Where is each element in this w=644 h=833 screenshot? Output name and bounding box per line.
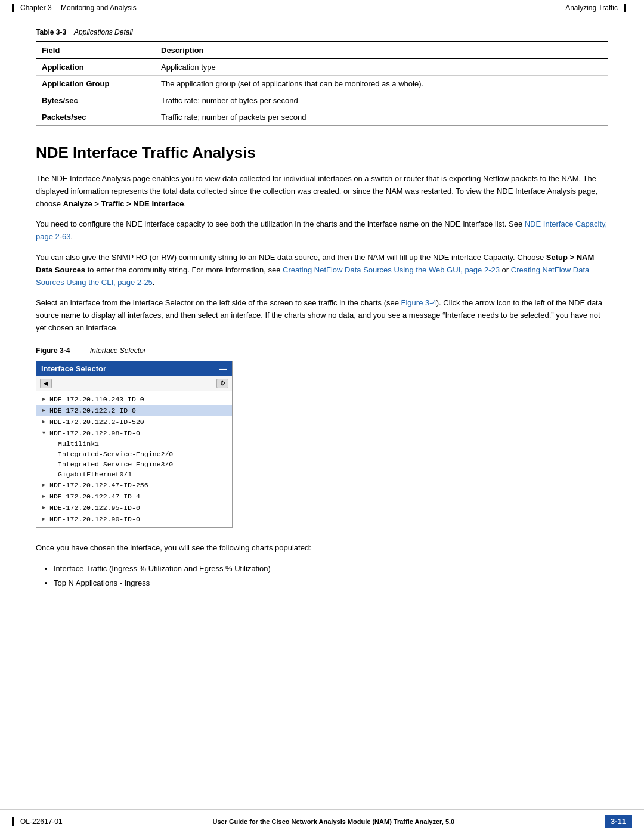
figure-caption: Figure 3-4 Interface Selector xyxy=(36,346,608,355)
footer: OL-22617-01 User Guide for the Cisco Net… xyxy=(0,809,644,833)
paragraph-2: You need to configure the NDE interface … xyxy=(36,218,608,243)
interface-selector-box: Interface Selector — ◀ ⚙ ►NDE-172.20.110… xyxy=(36,361,233,528)
table-cell-field: Application Group xyxy=(36,76,155,92)
is-item-text: NDE-172.20.110.243-ID-0 xyxy=(49,395,144,403)
after-figure-para: Once you have chosen the interface, you … xyxy=(36,542,608,555)
is-list-item[interactable]: ►NDE-172.20.122.47-ID-4 xyxy=(36,491,232,502)
is-list-item[interactable]: ►NDE-172.20.122.2-ID-0 xyxy=(36,405,232,416)
p4-link1[interactable]: Figure 3-4 xyxy=(401,298,436,307)
table-row: Packets/secTraffic rate; number of packe… xyxy=(36,109,608,126)
is-toolbar-back-icon[interactable]: ◀ xyxy=(40,379,52,388)
paragraph-3: You can also give the SNMP RO (or RW) co… xyxy=(36,252,608,289)
is-arrow-icon: ► xyxy=(41,504,47,510)
figure-caption-title: Interface Selector xyxy=(90,346,146,355)
bullet-list: Interface Traffic (Ingress % Utilization… xyxy=(54,563,608,590)
is-list-item[interactable]: ►NDE-172.20.122.90-ID-0 xyxy=(36,513,232,525)
p4-text-before: Select an interface from the Interface S… xyxy=(36,298,401,307)
footer-bar-icon xyxy=(12,817,14,826)
is-list-item[interactable]: ►NDE-172.20.122.47-ID-256 xyxy=(36,479,232,491)
p3-text-before: You can also give the SNMP RO (or RW) co… xyxy=(36,253,546,262)
header-right-bar-icon xyxy=(624,4,626,12)
table-row: Bytes/secTraffic rate; number of bytes p… xyxy=(36,92,608,109)
is-list-item[interactable]: ►NDE-172.20.110.243-ID-0 xyxy=(36,394,232,405)
table-caption-title: Applications Detail xyxy=(74,28,133,36)
header-chapter: Chapter 3 xyxy=(20,4,52,12)
table-row: ApplicationApplication type xyxy=(36,59,608,76)
is-item-text: NDE-172.20.122.98-ID-0 xyxy=(49,429,140,437)
p2-after: . xyxy=(71,232,73,241)
table-header-row: Field Description xyxy=(36,42,608,59)
header-bar-icon xyxy=(12,4,14,12)
is-arrow-icon: ► xyxy=(41,407,47,413)
paragraph-4: Select an interface from the Interface S… xyxy=(36,297,608,334)
is-header: Interface Selector — xyxy=(36,361,232,376)
p1-text-after: . xyxy=(184,199,187,208)
is-header-title: Interface Selector xyxy=(41,364,106,373)
p2-text: You need to configure the NDE interface … xyxy=(36,219,525,228)
col-header-field: Field xyxy=(36,42,155,59)
p3-text-mid: to enter the community string. For more … xyxy=(85,265,283,274)
section-heading: NDE Interface Traffic Analysis xyxy=(36,144,608,162)
header-right-label: Analyzing Traffic xyxy=(565,4,618,12)
is-list: ►NDE-172.20.110.243-ID-0►NDE-172.20.122.… xyxy=(36,391,232,527)
is-item-text: NDE-172.20.122.90-ID-0 xyxy=(49,515,140,523)
is-subitem[interactable]: Integrated-Service-Engine2/0 xyxy=(36,449,232,459)
col-header-description: Description xyxy=(155,42,608,59)
is-item-text: NDE-172.20.122.2-ID-0 xyxy=(49,407,136,414)
is-arrow-icon: ► xyxy=(41,396,47,402)
footer-right-label: 3-11 xyxy=(611,817,626,826)
is-list-item[interactable]: ►NDE-172.20.122.2-ID-520 xyxy=(36,416,232,428)
header-subtitle: Monitoring and Analysis xyxy=(61,4,137,12)
main-content: Table 3-3 Applications Detail Field Desc… xyxy=(0,16,644,628)
is-arrow-icon: ► xyxy=(41,516,47,522)
bullet-item: Top N Applications - Ingress xyxy=(54,577,608,590)
is-subitem[interactable]: GigabitEthernet0/1 xyxy=(36,469,232,479)
figure-section: Figure 3-4 Interface Selector Interface … xyxy=(36,346,608,528)
is-item-text: NDE-172.20.122.47-ID-256 xyxy=(49,481,148,489)
is-item-text: NDE-172.20.122.47-ID-4 xyxy=(49,493,140,500)
footer-center-label: User Guide for the Cisco Network Analysi… xyxy=(213,818,455,825)
footer-right: 3-11 xyxy=(605,815,632,828)
table-cell-field: Application xyxy=(36,59,155,76)
header-bar: Chapter 3 Monitoring and Analysis Analyz… xyxy=(0,0,644,16)
p3-text-mid2: or xyxy=(500,265,511,274)
table-cell-description: Traffic rate; number of bytes per second xyxy=(155,92,608,109)
footer-left: OL-22617-01 xyxy=(12,817,63,826)
header-right: Analyzing Traffic xyxy=(565,4,626,12)
table-row: Application GroupThe application group (… xyxy=(36,76,608,92)
is-list-item[interactable]: ►NDE-172.20.122.95-ID-0 xyxy=(36,502,232,513)
is-subitem[interactable]: Integrated-Service-Engine3/0 xyxy=(36,459,232,469)
is-subitem[interactable]: Multilink1 xyxy=(36,439,232,449)
is-list-item[interactable]: ▼NDE-172.20.122.98-ID-0 xyxy=(36,428,232,439)
table-cell-field: Bytes/sec xyxy=(36,92,155,109)
footer-center: User Guide for the Cisco Network Analysi… xyxy=(63,818,605,825)
p3-link1[interactable]: Creating NetFlow Data Sources Using the … xyxy=(283,265,500,274)
table-cell-description: The application group (set of applicatio… xyxy=(155,76,608,92)
paragraph-1: The NDE Interface Analysis page enables … xyxy=(36,173,608,210)
is-toolbar-settings-icon[interactable]: ⚙ xyxy=(216,379,228,388)
is-toolbar: ◀ ⚙ xyxy=(36,376,232,391)
p1-bold: Analyze > Traffic > NDE Interface xyxy=(63,199,184,208)
p3-text-after: . xyxy=(153,278,155,287)
applications-detail-table: Field Description ApplicationApplication… xyxy=(36,41,608,126)
after-figure-text: Once you have chosen the interface, you … xyxy=(36,543,311,552)
table-caption-number: Table 3-3 xyxy=(36,28,66,36)
table-cell-description: Application type xyxy=(155,59,608,76)
is-arrow-icon: ► xyxy=(41,482,47,488)
table-section: Table 3-3 Applications Detail Field Desc… xyxy=(36,28,608,126)
table-caption: Table 3-3 Applications Detail xyxy=(36,28,608,36)
table-cell-description: Traffic rate; number of packets per seco… xyxy=(155,109,608,126)
bullet-item: Interface Traffic (Ingress % Utilization… xyxy=(54,563,608,575)
table-cell-field: Packets/sec xyxy=(36,109,155,126)
is-item-text: NDE-172.20.122.2-ID-520 xyxy=(49,418,144,426)
is-item-text: NDE-172.20.122.95-ID-0 xyxy=(49,504,140,512)
is-arrow-icon: ▼ xyxy=(41,430,47,436)
is-arrow-icon: ► xyxy=(41,493,47,499)
is-header-dash: — xyxy=(219,364,227,373)
header-left: Chapter 3 Monitoring and Analysis xyxy=(12,4,137,12)
figure-caption-number: Figure 3-4 xyxy=(36,346,70,355)
is-arrow-icon: ► xyxy=(41,419,47,425)
footer-left-label: OL-22617-01 xyxy=(20,817,63,826)
